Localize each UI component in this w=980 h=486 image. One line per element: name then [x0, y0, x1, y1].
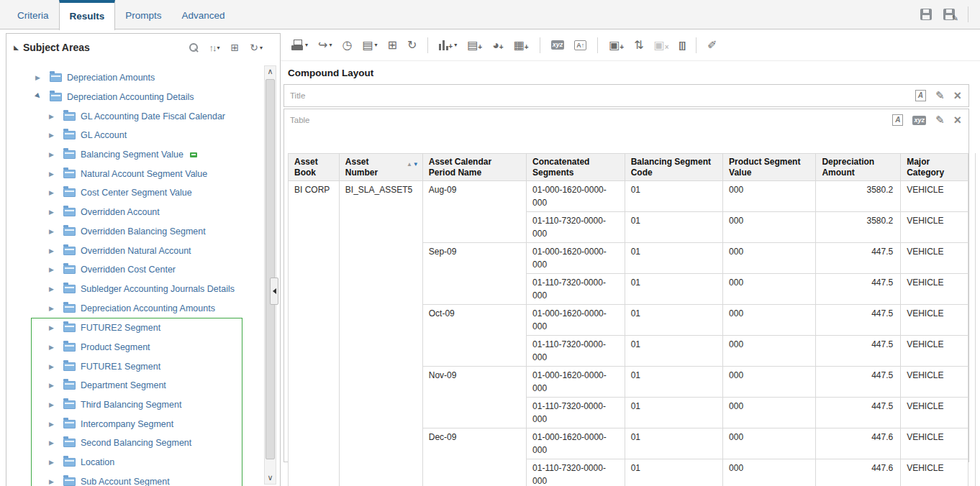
tree-item[interactable]: ▶GL Account: [6, 126, 260, 145]
column-header[interactable]: Asset Book: [289, 154, 340, 181]
dropdown-caret-icon[interactable]: ▾: [305, 42, 308, 48]
expand-arrow-icon[interactable]: ▶: [49, 324, 58, 331]
column-header[interactable]: Major Category: [901, 154, 968, 181]
expand-arrow-icon[interactable]: ▶: [49, 363, 58, 370]
edit-view-icon[interactable]: ✎: [935, 114, 945, 127]
expand-arrow-icon[interactable]: ▶: [35, 74, 44, 81]
dropdown-caret-icon[interactable]: ▾: [260, 45, 263, 51]
expand-arrow-icon[interactable]: ▶: [49, 208, 58, 216]
search-button[interactable]: [189, 42, 199, 52]
new-calculated-item-button[interactable]: ◕+: [490, 38, 506, 52]
tab-prompts[interactable]: Prompts: [115, 0, 171, 29]
sort-button[interactable]: ↑↓▾: [209, 42, 220, 53]
sort-asc-icon[interactable]: ▲: [407, 159, 412, 170]
expand-arrow-icon[interactable]: ▶: [49, 459, 58, 466]
tree-item[interactable]: ▶FUTURE1 Segment: [32, 357, 242, 376]
tab-advanced[interactable]: Advanced: [172, 0, 235, 29]
expand-arrow-icon[interactable]: ▶: [49, 228, 58, 235]
expand-arrow-icon[interactable]: ▶: [49, 382, 58, 389]
expand-arrow-icon[interactable]: ▶: [49, 132, 58, 139]
display-options-button[interactable]: ▤▾: [360, 38, 379, 52]
new-view-button[interactable]: +▾: [437, 38, 459, 52]
expand-arrow-icon[interactable]: ▶: [49, 478, 58, 485]
scrollbar-thumb[interactable]: [266, 79, 275, 459]
tree-item[interactable]: ▶Overridden Natural Account: [6, 241, 260, 260]
dropdown-caret-icon[interactable]: ▾: [329, 42, 332, 48]
format-container-icon[interactable]: A: [892, 114, 903, 126]
tree-item[interactable]: ▶Department Segment: [32, 376, 242, 395]
save-as-button[interactable]: ✎: [943, 9, 955, 20]
tree-item[interactable]: ▶Balancing Segment Value: [6, 145, 260, 165]
tree-item[interactable]: ▶Depreciation Accounting Details: [6, 88, 260, 107]
column-header[interactable]: Asset Calendar Period Name: [422, 154, 526, 181]
tree-item[interactable]: ▶Location: [32, 453, 242, 472]
dropdown-caret-icon[interactable]: ▾: [375, 42, 378, 48]
tree-item[interactable]: ▶Natural Account Segment Value: [6, 164, 260, 183]
column-header[interactable]: Concatenated Segments: [527, 154, 625, 181]
content-scrollbar[interactable]: [975, 153, 976, 486]
analysis-properties-button[interactable]: ⊞: [386, 38, 399, 52]
expand-arrow-icon[interactable]: ▶: [49, 344, 58, 351]
duplicate-view-button[interactable]: ▣+: [607, 38, 626, 52]
expand-arrow-icon[interactable]: ▶: [49, 247, 58, 255]
tree-item[interactable]: ▶Sub Account Segment: [32, 472, 242, 486]
collapse-panel-icon[interactable]: ◢: [14, 44, 19, 51]
expand-arrow-icon[interactable]: ▶: [49, 439, 58, 446]
rename-view-icon[interactable]: xyz: [912, 116, 926, 125]
edit-view-icon[interactable]: ✎: [935, 89, 945, 102]
tree-item[interactable]: ▶Depreciation Amounts: [6, 68, 260, 88]
column-header[interactable]: Balancing Segment Code: [625, 154, 722, 181]
expand-arrow-icon[interactable]: ▶: [49, 305, 58, 312]
tree-item[interactable]: ▶Overridden Account: [6, 203, 260, 222]
tree-item[interactable]: ▶Subledger Accounting Journals Details: [6, 280, 260, 299]
tree-item[interactable]: ▶FUTURE2 Segment: [32, 318, 242, 338]
column-header[interactable]: Asset Number▲▼: [339, 154, 422, 181]
variables-button[interactable]: xyz: [549, 39, 567, 51]
edit-mode-button[interactable]: ✐: [705, 38, 719, 52]
dropdown-caret-icon[interactable]: ▾: [454, 42, 457, 48]
panel-splitter-handle[interactable]: [270, 278, 278, 305]
export-button[interactable]: ↪▾: [316, 38, 334, 52]
expand-arrow-icon[interactable]: ▶: [49, 421, 58, 428]
refresh-button[interactable]: ↻: [405, 38, 419, 52]
import-formatting-button[interactable]: A↑: [572, 39, 589, 52]
expand-arrow-icon[interactable]: ▶: [49, 401, 58, 408]
tree-item[interactable]: ▶Overridden Balancing Segment: [6, 222, 260, 242]
tab-results[interactable]: Results: [59, 0, 116, 30]
tree-item[interactable]: ▶Intercompany Segment: [32, 414, 242, 434]
tree-scrollbar[interactable]: ∧ ∨: [264, 65, 276, 485]
expand-arrow-icon[interactable]: ▶: [49, 266, 58, 273]
move-view-button[interactable]: ⇅: [632, 38, 645, 52]
tree-item[interactable]: ▶Overridden Cost Center: [6, 260, 260, 280]
add-subject-area-button[interactable]: ⊞: [231, 42, 240, 53]
tree-item[interactable]: ▶GL Accounting Date Fiscal Calendar: [6, 106, 260, 126]
tree-item[interactable]: ▶Depreciation Accounting Amounts: [6, 298, 260, 318]
format-container-icon[interactable]: A: [915, 90, 926, 101]
column-header[interactable]: Product Segment Value: [723, 154, 816, 181]
refresh-button[interactable]: ↻▾: [250, 42, 263, 53]
column-header[interactable]: Depreciation Amount: [816, 154, 901, 181]
tree-item[interactable]: ▶Second Balancing Segment: [32, 434, 242, 453]
print-button[interactable]: ▾: [289, 38, 310, 52]
expand-arrow-icon[interactable]: ▶: [49, 170, 58, 178]
expand-arrow-icon[interactable]: ▶: [49, 285, 58, 293]
expand-arrow-icon[interactable]: ▶: [49, 151, 58, 158]
new-calculated-measure-button[interactable]: ▦+: [512, 38, 531, 52]
remove-view-icon[interactable]: ×: [953, 91, 961, 101]
scroll-up-icon[interactable]: ∧: [265, 66, 276, 78]
tab-criteria[interactable]: Criteria: [7, 0, 59, 29]
schedule-button[interactable]: ◷: [340, 38, 354, 52]
scroll-down-icon[interactable]: ∨: [265, 472, 276, 484]
expand-arrow-icon[interactable]: ▶: [49, 113, 58, 120]
save-button[interactable]: [920, 9, 932, 20]
rename-view-button[interactable]: [|]: [677, 38, 687, 52]
expand-arrow-icon[interactable]: ▶: [49, 189, 58, 196]
collapse-arrow-icon[interactable]: ▶: [34, 91, 45, 103]
tree-item[interactable]: ▶Cost Center Segment Value: [6, 183, 260, 203]
remove-view-icon[interactable]: ×: [953, 115, 961, 125]
dropdown-caret-icon[interactable]: ▾: [217, 45, 220, 51]
tree-item[interactable]: ▶Third Balancing Segment: [32, 395, 242, 415]
tree-item[interactable]: ▶Product Segment: [32, 338, 242, 357]
sort-desc-icon[interactable]: ▼: [413, 159, 419, 170]
new-group-button[interactable]: ▤+: [465, 38, 484, 52]
